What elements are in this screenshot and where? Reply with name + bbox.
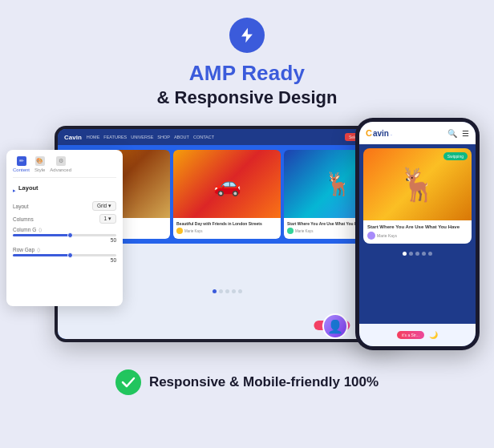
layout-row: Layout Grid ▾ [13, 201, 116, 211]
page-title: AMP Ready [189, 61, 305, 86]
mobile-device: C avin . 🔍 ☰ 🦌 Swipping Start Where You … [355, 118, 480, 350]
row-gap-fill [13, 254, 70, 256]
panel-tabs: ✏ Content 🎨 Style ⚙ Advanced [13, 156, 116, 178]
column-gap-fill [13, 234, 70, 236]
columns-label: Columns [13, 216, 34, 222]
mobile-brand-wrap: C avin . [366, 128, 392, 138]
nav-shop: SHOP [157, 135, 170, 139]
author-name-2: Marie Kays [184, 229, 203, 233]
mobile-card-body: Start Where You Are Use What You Have Ma… [363, 220, 472, 244]
author-avatar-3 [287, 228, 294, 234]
checkmark-svg [121, 377, 136, 388]
dot-4 [232, 289, 236, 293]
dot-3 [225, 289, 229, 293]
mobile-dot-1 [403, 252, 407, 256]
card-author-car: Marie Kays [176, 228, 277, 234]
devices-container: ✏ Content 🎨 Style ⚙ Advanced ▸ Layout La… [14, 118, 480, 358]
tablet-brand: Cavin [64, 134, 82, 141]
car-icon: 🚗 [213, 171, 241, 197]
style-icon: 🎨 [35, 156, 45, 166]
bottom-text: Responsive & Mobile-friendly 100% [149, 374, 379, 390]
mobile-dots [359, 252, 476, 256]
columns-row: Columns 1 ▾ [13, 214, 116, 224]
author-avatar-2 [176, 228, 183, 234]
mobile-dot-3 [415, 252, 419, 256]
column-gap-label: Column G ⟨⟩ [13, 227, 116, 232]
mobile-dot-2 [409, 252, 413, 256]
mobile-hero-img: 🦌 Swipping [363, 148, 472, 220]
column-gap-value: 50 [13, 237, 116, 243]
deer-icon: 🦌 [324, 171, 352, 197]
dot-5 [238, 289, 242, 293]
mobile-screen: C avin . 🔍 ☰ 🦌 Swipping Start Where You … [359, 122, 476, 346]
tab-label-advanced: Advanced [50, 167, 71, 172]
mobile-search-icon[interactable]: 🔍 [447, 129, 457, 138]
panel-tab-content[interactable]: ✏ Content [13, 156, 30, 172]
brand-c: C [366, 128, 372, 138]
mobile-nav-icons: 🔍 ☰ [447, 129, 469, 138]
column-gap-slider: Column G ⟨⟩ 50 [13, 227, 116, 243]
mobile-footer-btn[interactable]: it's a Str... [397, 331, 424, 339]
mobile-menu-icon[interactable]: ☰ [462, 129, 469, 138]
mobile-card-title: Start Where You Are Use What You Have [367, 224, 468, 229]
mobile-dot-4 [422, 252, 426, 256]
columns-value[interactable]: 1 ▾ [99, 214, 116, 224]
panel-tab-advanced[interactable]: ⚙ Advanced [50, 156, 71, 172]
nav-home: HOME [87, 135, 100, 139]
mobile-author-name: Marie Kays [377, 233, 397, 238]
mobile-brand-text: avin [373, 129, 389, 138]
mobile-nav: C avin . 🔍 ☰ [359, 122, 476, 144]
brand-dot: . [391, 131, 392, 136]
card-body-car: Beautiful Day with Friends in London Str… [173, 218, 281, 239]
advanced-icon: ⚙ [56, 156, 66, 166]
mobile-hero-card: 🦌 Swipping Start Where You Are Use What … [363, 148, 472, 244]
nav-features: FEATURES [103, 135, 127, 139]
lightning-icon [229, 18, 265, 53]
mobile-badge: Swipping [443, 152, 468, 160]
mobile-footer: it's a Str... 🌙 [359, 324, 476, 346]
mobile-author-avatar [367, 232, 375, 240]
author-name-3: Marie Kays [295, 229, 314, 233]
bolt-svg [238, 26, 256, 44]
nav-contact: CONTACT [193, 135, 214, 139]
column-gap-track[interactable] [13, 234, 116, 236]
column-gap-thumb[interactable] [67, 232, 73, 238]
row-gap-slider: Row Gap ⟨⟩ 50 [13, 247, 116, 263]
row-gap-label: Row Gap ⟨⟩ [13, 247, 116, 252]
mobile-card-author: Marie Kays [367, 232, 468, 240]
panel-tab-style[interactable]: 🎨 Style [34, 156, 45, 172]
row-gap-thumb[interactable] [67, 252, 73, 258]
card-car: 🚗 Beautiful Day with Friends in London S… [173, 150, 281, 239]
content-icon: ✏ [17, 156, 26, 166]
tablet-nav-links: HOME FEATURES UNIVERSE SHOP ABOUT CONTAC… [87, 135, 340, 139]
floating-avatar: 👤 [322, 313, 348, 339]
card-img-car: 🚗 [173, 150, 281, 218]
nav-universe: UNIVERSE [131, 135, 153, 139]
pagination-dots [213, 289, 242, 293]
mobile-spacer [359, 260, 476, 324]
mobile-dot-5 [428, 252, 432, 256]
section-title: Layout [18, 184, 38, 192]
tab-label-content: Content [13, 167, 30, 172]
arrow-icon: ▸ [13, 188, 16, 194]
card-title-car: Beautiful Day with Friends in London Str… [176, 221, 277, 226]
moon-icon[interactable]: 🌙 [429, 331, 438, 339]
bottom-section: Responsive & Mobile-friendly 100% [115, 369, 379, 395]
section-header: ▸ Layout [13, 184, 116, 196]
layout-value[interactable]: Grid ▾ [92, 201, 116, 211]
check-icon [115, 369, 141, 395]
tab-label-style: Style [34, 167, 45, 172]
layout-label: Layout [13, 204, 29, 209]
row-gap-track[interactable] [13, 254, 116, 256]
dot-2 [219, 289, 223, 293]
page-subtitle: & Responsive Design [157, 87, 338, 108]
row-gap-value: 50 [13, 257, 116, 263]
nav-about: ABOUT [174, 135, 189, 139]
header-section: AMP Ready & Responsive Design [157, 18, 338, 108]
mobile-deer-icon: 🦌 [398, 166, 438, 204]
tablet-nav: Cavin HOME FEATURES UNIVERSE SHOP ABOUT … [58, 129, 396, 145]
settings-panel: ✏ Content 🎨 Style ⚙ Advanced ▸ Layout La… [6, 150, 123, 306]
dot-1 [213, 289, 217, 293]
